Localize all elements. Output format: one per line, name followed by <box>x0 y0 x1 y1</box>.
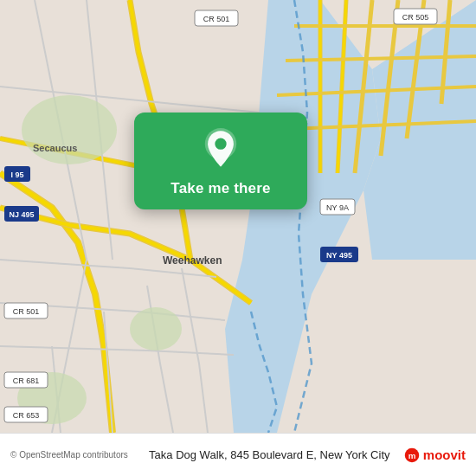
svg-point-39 <box>215 138 226 150</box>
svg-text:CR 501: CR 501 <box>13 307 40 316</box>
svg-text:NJ 495: NJ 495 <box>9 210 34 219</box>
svg-text:Secaucus: Secaucus <box>33 143 77 153</box>
moovit-label: moovit <box>423 447 466 462</box>
svg-text:m: m <box>408 450 415 460</box>
svg-text:CR 653: CR 653 <box>13 411 40 420</box>
svg-text:CR 505: CR 505 <box>402 13 429 22</box>
osm-attribution: © OpenStreetMap contributors <box>10 450 128 460</box>
svg-point-15 <box>22 95 117 164</box>
svg-text:Weehawken: Weehawken <box>163 254 222 267</box>
svg-point-16 <box>130 307 182 351</box>
bottom-bar: © OpenStreetMap contributors Taka Dog Wa… <box>0 433 476 476</box>
moovit-logo: m moovit <box>404 447 466 463</box>
cta-card[interactable]: Take me there <box>134 113 307 209</box>
svg-text:CR 681: CR 681 <box>13 376 40 385</box>
location-pin-icon <box>200 128 241 170</box>
svg-text:NY 9A: NY 9A <box>326 203 349 212</box>
svg-text:CR 501: CR 501 <box>203 15 230 23</box>
moovit-icon: m <box>404 447 420 463</box>
svg-text:I 95: I 95 <box>10 170 23 179</box>
location-text: Taka Dog Walk, 845 Boulevard E, New York… <box>135 448 404 461</box>
svg-text:NY 495: NY 495 <box>326 251 352 260</box>
take-me-there-button[interactable]: Take me there <box>170 180 270 197</box>
map-area: CR 501 CR 505 I 95 NJ 495 CR 501 CR 681 … <box>0 0 476 433</box>
